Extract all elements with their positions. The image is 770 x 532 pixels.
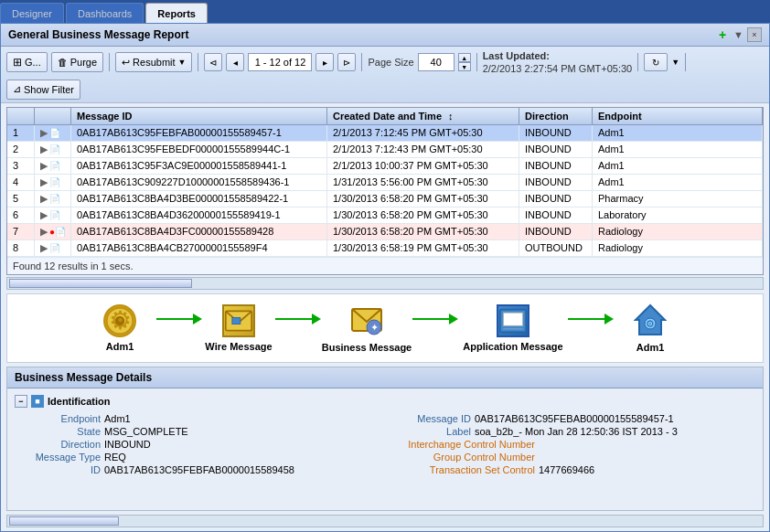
details-title: Business Message Details (7, 367, 763, 388)
toolbar: ⊞ G... 🗑 Purge ↩ Resubmit ▼ ⊲ ◂ ▸ ⊳ Page… (1, 47, 769, 103)
col-header-endpoint: Endpoint (593, 108, 763, 124)
cell-msgid: 0AB17AB613C8BA4D3FC00000155589428 (71, 224, 327, 239)
detail-label: Group Control Number (389, 452, 535, 463)
table-row[interactable]: 8 ▶ 📄 0AB17AB613C8BA4CB2700000155589F4 1… (7, 240, 763, 257)
table-row[interactable]: 1 ▶ 📄 0AB17AB613C95FEBFAB00000155589457-… (7, 125, 763, 142)
hscroll-thumb[interactable] (9, 279, 192, 288)
nav-prev-button[interactable]: ◂ (226, 53, 244, 71)
flow-line-3 (412, 318, 449, 320)
flow-arrowhead-2 (312, 314, 321, 325)
cell-msgid: 0AB17AB613C95FEBEDF00000155589944C-1 (71, 142, 327, 157)
cell-dir: INBOUND (519, 158, 593, 174)
row-type-icon: 📄 (49, 194, 60, 204)
spin-up-button[interactable]: ▲ (458, 53, 471, 62)
page-display-input[interactable] (248, 53, 312, 71)
refresh-button[interactable]: ↻ (644, 53, 668, 71)
row-type-icon: 📄 (49, 161, 60, 171)
table-row[interactable]: 7 ▶ ● 📄 0AB17AB613C8BA4D3FC0000015558942… (7, 224, 763, 240)
svg-point-1 (115, 315, 125, 325)
resubmit-icon: ↩ (122, 57, 130, 69)
table-row[interactable]: 6 ▶ 📄 0AB17AB613C8BA4D36200000155589419-… (7, 207, 763, 224)
row-expand-icon[interactable]: ▶ (40, 127, 48, 139)
cell-msgid: 0AB17AB613C95F3AC9E000001558589441-1 (71, 158, 327, 174)
cell-icons: ▶ ● 📄 (35, 224, 71, 239)
row-type-icon: 📄 (49, 144, 60, 154)
grid-button[interactable]: ⊞ G... (6, 52, 48, 72)
flow-node-adm1-src: ⚙ Adm1 (83, 304, 156, 352)
grid-footer: Found 12 results in 1 secs. (7, 257, 763, 274)
collapse-icon[interactable]: − (15, 395, 27, 408)
tab-dashboards[interactable]: Dashboards (66, 3, 144, 23)
detail-label: Message Type (18, 452, 101, 463)
row-expand-icon[interactable]: ▶ (40, 160, 48, 172)
cell-icons: ▶ 📄 (35, 207, 71, 223)
flow-label-app: Application Message (463, 341, 562, 352)
row-expand-icon[interactable]: ▶ (40, 226, 48, 238)
detail-value: REQ (104, 452, 126, 463)
flow-diagram: ⚙ Adm1 Wire Message (6, 293, 764, 363)
cell-endpoint: Adm1 (593, 158, 763, 174)
toolbar-sep-3 (361, 53, 362, 71)
table-row[interactable]: 3 ▶ 📄 0AB17AB613C95F3AC9E000001558589441… (7, 158, 763, 175)
page-size-input[interactable] (418, 53, 455, 71)
spin-down-button[interactable]: ▼ (458, 62, 471, 71)
table-row[interactable]: 4 ▶ 📄 0AB17AB613C909227D1000000155858943… (7, 175, 763, 191)
refresh-dropdown[interactable]: ▼ (671, 58, 679, 67)
cell-icons: ▶ 📄 (35, 191, 71, 207)
detail-row-right: Interchange Control Number (389, 438, 752, 451)
row-expand-icon[interactable]: ▶ (40, 193, 48, 205)
cell-dir: INBOUND (519, 207, 593, 223)
details-content: − ■ Identification EndpointAdm1StateMSG_… (7, 388, 763, 510)
bottom-scroll-thumb[interactable] (9, 516, 119, 526)
row-expand-icon[interactable]: ▶ (40, 144, 48, 155)
purge-icon: 🗑 (58, 57, 68, 68)
svg-rect-4 (232, 317, 241, 324)
close-window-button[interactable]: × (747, 27, 762, 42)
grid-rows: 1 ▶ 📄 0AB17AB613C95FEBFAB00000155589457-… (7, 125, 763, 257)
resubmit-button[interactable]: ↩ Resubmit ▼ (115, 52, 192, 72)
detail-value: MSG_COMPLETE (104, 426, 188, 437)
nav-first-button[interactable]: ⊲ (204, 53, 222, 71)
svg-rect-9 (503, 313, 522, 325)
row-expand-icon[interactable]: ▶ (40, 242, 48, 254)
resubmit-dropdown-icon: ▼ (178, 58, 187, 67)
flow-line-4 (568, 318, 604, 320)
identification-header: − ■ Identification (15, 392, 755, 410)
row-type-icon: 📄 (49, 177, 60, 187)
grid-header: Message ID Created Date and Time ↕ Direc… (7, 108, 763, 125)
row-expand-icon[interactable]: ▶ (40, 209, 48, 221)
dropdown-arrow[interactable]: ▼ (733, 29, 743, 40)
purge-button[interactable]: 🗑 Purge (51, 52, 103, 72)
cell-dir: INBOUND (519, 191, 593, 207)
flow-node-adm1-dst: ⚙ Adm1 (614, 303, 687, 353)
flow-label-adm1-dst: Adm1 (636, 342, 665, 353)
flow-arrowhead-1 (193, 314, 202, 325)
cell-dir: INBOUND (519, 175, 593, 190)
show-filter-button[interactable]: ⊿ Show Filter (6, 80, 80, 100)
plus-button[interactable]: + (715, 27, 730, 42)
table-row[interactable]: 2 ▶ 📄 0AB17AB613C95FEBEDF00000155589944C… (7, 142, 763, 158)
bottom-scrollbar[interactable] (6, 515, 764, 527)
tab-designer[interactable]: Designer (0, 3, 64, 23)
svg-text:⚙: ⚙ (116, 315, 124, 325)
detail-row-right: Labelsoa_b2b_- Mon Jan 28 12:50:36 IST 2… (389, 425, 752, 438)
cell-msgid: 0AB17AB613C909227D10000001558589436-1 (71, 175, 327, 190)
details-grid: EndpointAdm1StateMSG_COMPLETEDirectionIN… (15, 410, 755, 478)
flow-label-biz: Business Message (322, 342, 412, 353)
tab-reports[interactable]: Reports (145, 3, 208, 23)
page-size-spinner: ▲ ▼ (458, 53, 471, 71)
hscroll-bar[interactable] (6, 277, 764, 290)
cell-icons: ▶ 📄 (35, 125, 71, 141)
nav-next-button[interactable]: ▸ (315, 53, 334, 71)
row-expand-icon[interactable]: ▶ (40, 176, 48, 188)
flow-label-wire: Wire Message (205, 341, 272, 352)
nav-last-button[interactable]: ⊳ (337, 53, 356, 71)
toolbar-sep-4 (476, 53, 477, 71)
cell-num: 6 (7, 207, 35, 223)
table-row[interactable]: 5 ▶ 📄 0AB17AB613C8BA4D3BE000001558589422… (7, 191, 763, 207)
detail-value: soa_b2b_- Mon Jan 28 12:50:36 IST 2013 -… (475, 426, 678, 437)
cell-msgid: 0AB17AB613C8BA4D36200000155589419-1 (71, 207, 327, 223)
cell-icons: ▶ 📄 (35, 175, 71, 190)
detail-row-left: StateMSG_COMPLETE (18, 425, 381, 438)
col-header-icons (35, 108, 71, 124)
